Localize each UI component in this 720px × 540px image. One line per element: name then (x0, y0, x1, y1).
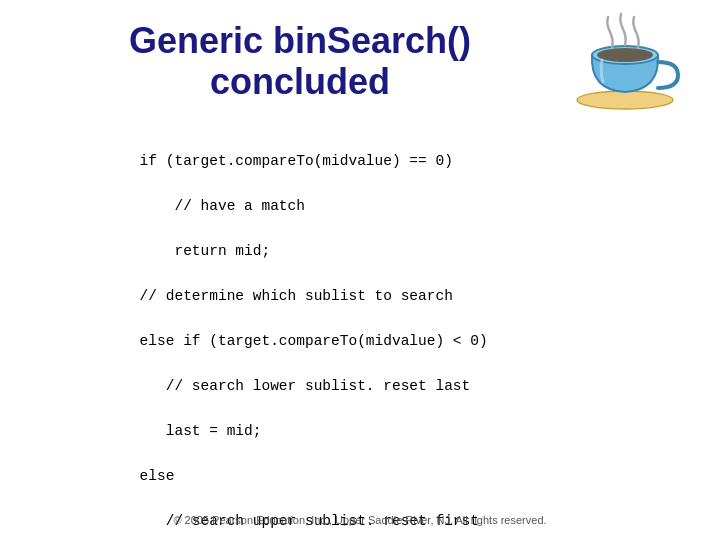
code-line-4: // determine which sublist to search (105, 288, 453, 304)
code-line-6: // search lower sublist. reset last (105, 378, 470, 394)
coffee-cup-image (570, 10, 680, 110)
header-area: Generic binSearch() concluded (40, 20, 680, 110)
svg-point-0 (577, 91, 673, 109)
title-line1: Generic binSearch() (129, 20, 471, 61)
title-block: Generic binSearch() concluded (40, 20, 560, 103)
slide: Generic binSearch() concluded (0, 0, 720, 540)
slide-title: Generic binSearch() concluded (40, 20, 560, 103)
footer-text: © 2005 Pearson Education, Inc., Upper Sa… (0, 514, 720, 526)
code-line-8: else (105, 468, 175, 484)
code-line-5: else if (target.compareTo(midvalue) < 0) (105, 333, 488, 349)
title-line2: concluded (210, 61, 390, 102)
code-line-3: return mid; (105, 243, 270, 259)
copyright-text: © 2005 Pearson Education, Inc., Upper Sa… (173, 514, 546, 526)
code-line-2: // have a match (105, 198, 305, 214)
code-line-7: last = mid; (105, 423, 262, 439)
code-line-1: if (target.compareTo(midvalue) == 0) (105, 153, 453, 169)
code-block: if (target.compareTo(midvalue) == 0) // … (70, 128, 680, 540)
svg-point-2 (597, 48, 653, 62)
